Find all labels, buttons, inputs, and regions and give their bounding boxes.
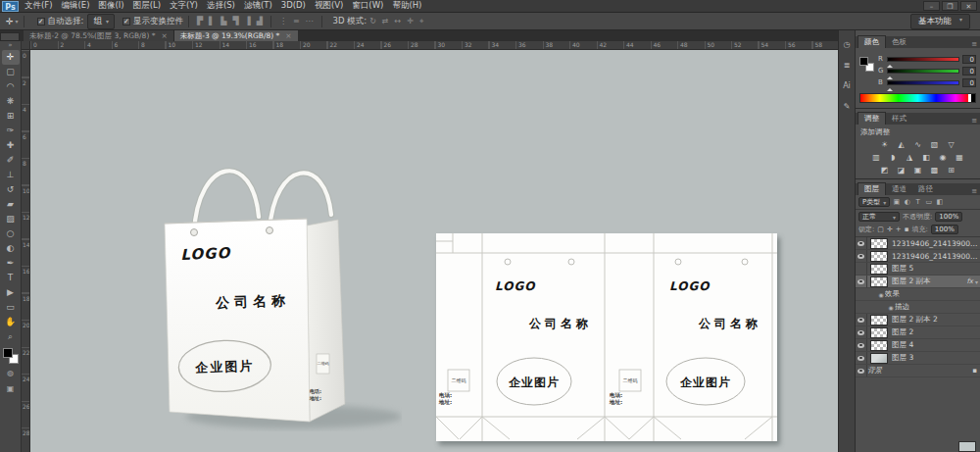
panel-menu-icon[interactable]: ≡ [971,187,977,195]
color-spectrum-ramp[interactable] [859,93,976,103]
color-panel-swatches[interactable] [859,57,874,72]
filter-shape-icon[interactable]: ▭ [924,198,933,206]
properties-panel-icon[interactable]: ≣ [844,61,851,70]
distribute-center-icon[interactable]: ≡ [290,16,303,26]
hue-saturation-icon[interactable]: ▥ [871,153,882,162]
path-select-tool[interactable]: ▶ [2,285,20,300]
panel-menu-icon[interactable]: ≡ [971,40,977,48]
align-right-icon[interactable]: ▙ [218,16,229,26]
color-balance-icon[interactable]: ◗ [888,153,899,162]
auto-select-dropdown[interactable]: 组 ▾ [87,14,115,29]
align-left-icon[interactable]: ▛ [194,16,206,26]
minimize-button[interactable]: – [923,1,940,11]
foreground-color-swatch[interactable] [3,348,13,358]
layer-thumbnail[interactable] [958,441,976,452]
effects-row[interactable]: ◉ 效果 [856,288,980,301]
clone-stamp-tool[interactable]: ⊥ [2,168,20,182]
tab-close-icon[interactable]: × [285,31,291,40]
visibility-toggle[interactable] [856,326,867,338]
eye-icon[interactable]: ◉ [887,304,895,311]
layer-thumbnail[interactable] [870,238,888,249]
ruler-top[interactable]: 0246810121416182022242628303234363840424… [30,41,838,50]
align-bottom-icon[interactable]: ▟ [254,16,266,26]
tab-close-icon[interactable]: × [161,31,167,40]
ruler-corner[interactable] [22,41,30,50]
gradient-tool[interactable]: ▨ [2,212,20,226]
pen-tool[interactable]: ✒ [2,256,20,271]
red-slider[interactable] [887,57,959,62]
dieline-company-text[interactable]: 公司名称 [528,317,592,330]
tab-adjustments[interactable]: 调整 [858,112,886,125]
effects-expand-icon[interactable]: ▾ [975,278,978,285]
tab-channels[interactable]: 通道 [886,183,912,195]
menu-edit[interactable]: 编辑(E) [62,0,90,12]
restore-button[interactable]: ❐ [942,1,958,11]
dieline-artboard[interactable]: LOGO 公司名称 企业图片 LOGO 公司名称 企业图片 二维码 电话: 地址… [436,233,777,441]
layer-thumbnail[interactable] [870,251,888,262]
quick-select-tool[interactable]: ❋ [2,94,20,109]
filter-adjustment-icon[interactable]: ◐ [903,198,911,206]
menu-select[interactable]: 选择(S) [207,0,235,12]
visibility-toggle[interactable] [856,263,867,275]
background-layer-row[interactable]: 背景 ▪ [856,365,980,377]
brush-tool[interactable]: ✐ [2,153,20,168]
menu-image[interactable]: 图像(I) [99,0,124,12]
healing-brush-tool[interactable]: ✚ [2,138,20,153]
curves-icon[interactable]: ∿ [912,140,923,149]
layer-row[interactable]: 12319406_21413900537… [856,237,980,250]
eyedropper-tool[interactable]: ✑ [2,124,20,138]
shape-tool[interactable]: ▭ [2,300,20,315]
tab-swatches[interactable]: 色板 [886,36,912,48]
blue-value[interactable]: 0 [962,78,976,87]
layer-row-selected[interactable]: 图层 2 副本 fx ▾ [856,276,980,288]
menu-layer[interactable]: 图层(L) [133,0,161,12]
tab-styles[interactable]: 样式 [886,113,912,125]
screen-mode-button[interactable]: ▣ [2,382,20,395]
invert-icon[interactable]: ◩ [879,166,890,175]
align-top-icon[interactable]: ▜ [229,16,241,26]
red-value[interactable]: 0 [962,55,976,64]
dodge-tool[interactable]: ◐ [2,241,20,256]
3d-scale-icon[interactable]: ⌖ [416,16,427,27]
green-value[interactable]: 0 [962,67,976,75]
menu-file[interactable]: 文件(F) [24,0,53,12]
bag-company-text[interactable]: 公司名称 [215,292,291,311]
dieline-image-placeholder-text[interactable]: 企业图片 [679,376,731,389]
opacity-field[interactable]: 100% [935,212,962,222]
lock-position-icon[interactable]: ✛ [887,226,893,233]
document-tab-untitled-2[interactable]: 未标题-2 @ 78.5%(图层 3, RGB/8) * × [24,30,174,41]
ruler-left[interactable]: 0246810121416182022242628 [22,50,30,452]
menu-help[interactable]: 帮助(H) [392,0,421,12]
channel-mixer-icon[interactable]: ◉ [938,153,949,162]
tool-preset-picker[interactable]: ✛ ▾ [6,17,19,26]
menu-view[interactable]: 视图(V) [315,0,343,12]
lock-pixels-icon[interactable]: + [896,226,902,233]
menu-filter[interactable]: 滤镜(T) [244,0,272,12]
photo-filter-icon[interactable]: ◧ [921,153,932,162]
eraser-tool[interactable]: ▰ [2,197,20,212]
visibility-toggle[interactable] [856,365,867,377]
3d-roll-icon[interactable]: ⇄ [379,16,392,26]
brightness-contrast-icon[interactable]: ☀ [879,140,890,149]
eye-icon[interactable]: ◉ [877,291,885,298]
blur-tool[interactable]: ○ [2,226,20,241]
visibility-toggle[interactable] [856,352,867,364]
dieline-company-text[interactable]: 公司名称 [698,317,761,330]
exposure-icon[interactable]: ▧ [929,140,940,149]
lock-all-icon[interactable]: ▪ [905,226,909,233]
dieline-image-placeholder-text[interactable]: 企业图片 [508,376,560,389]
layer-row[interactable]: 图层 3 [856,352,980,365]
lasso-tool[interactable]: ◠ [2,79,20,94]
filter-smart-object-icon[interactable]: ◧ [935,198,944,206]
visibility-toggle[interactable] [856,339,867,351]
3d-drag-icon[interactable]: ↔ [392,16,405,26]
visibility-toggle[interactable] [856,314,867,326]
layer-row[interactable]: 12319406_21413900537… [856,250,980,263]
filter-type-icon[interactable]: T [913,198,922,206]
fill-field[interactable]: 100% [931,225,958,234]
quick-mask-button[interactable]: ◍ [2,367,20,379]
blend-mode-dropdown[interactable]: 正常 ▾ [858,212,900,222]
menu-type[interactable]: 文字(Y) [170,0,198,12]
tab-paths[interactable]: 路径 [912,183,939,195]
color-lookup-icon[interactable]: ▦ [955,153,965,162]
